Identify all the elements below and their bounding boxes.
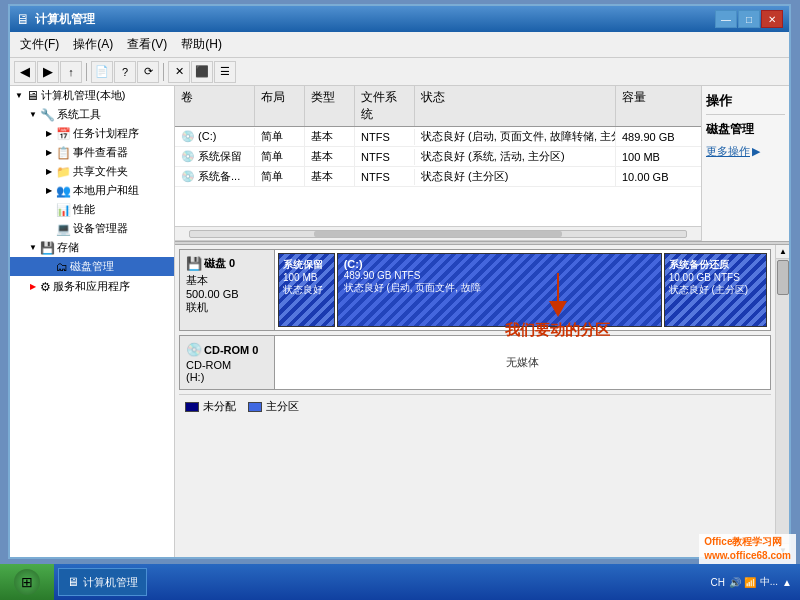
disk-0-name: 磁盘 0 [204, 256, 235, 271]
col-type[interactable]: 类型 [305, 86, 355, 126]
tree-label-tools: 系统工具 [57, 107, 101, 122]
disk-view: 💾 磁盘 0 基本 500.00 GB 联机 系统保留 [175, 245, 775, 557]
tree-label-shared: 共享文件夹 [73, 164, 128, 179]
part-c[interactable]: (C:) 489.90 GB NTFS 状态良好 (启动, 页面文件, 故障 [337, 253, 662, 327]
disk-0-label: 💾 磁盘 0 基本 500.00 GB 联机 [180, 250, 275, 330]
tree-item-root[interactable]: ▼ 🖥 计算机管理(本地) [10, 86, 174, 105]
scroll-track-lower [776, 259, 789, 543]
help-toolbar-button[interactable]: ? [114, 61, 136, 83]
menu-action[interactable]: 操作(A) [67, 34, 119, 55]
up-button[interactable]: ↑ [60, 61, 82, 83]
refresh-button[interactable]: ⟳ [137, 61, 159, 83]
tree-label-disk: 磁盘管理 [70, 259, 114, 274]
td-status-sys: 状态良好 (系统, 活动, 主分区) [415, 147, 616, 166]
window-title: 计算机管理 [35, 11, 715, 28]
menu-help[interactable]: 帮助(H) [175, 34, 228, 55]
menu-view[interactable]: 查看(V) [121, 34, 173, 55]
tree-item-disk[interactable]: 🗂 磁盘管理 [10, 257, 174, 276]
ops-header: 操作 [706, 90, 785, 115]
back-button[interactable]: ◀ [14, 61, 36, 83]
tree-item-device[interactable]: 💻 设备管理器 [10, 219, 174, 238]
tree-panel: ▼ 🖥 计算机管理(本地) ▼ 🔧 系统工具 ▶ 📅 任务计划程序 ▶ 📋 [10, 86, 175, 557]
col-layout[interactable]: 布局 [255, 86, 305, 126]
disk-0-status: 联机 [186, 300, 268, 315]
tree-item-local[interactable]: ▶ 👥 本地用户和组 [10, 181, 174, 200]
windows-logo: ⊞ [14, 569, 40, 595]
ops-panel: 操作 磁盘管理 更多操作 ▶ [701, 86, 789, 241]
scroll-thumb-lower[interactable] [777, 260, 789, 295]
table-row-c[interactable]: 💿 (C:) 简单 基本 NTFS 状态良好 (启动, 页面文件, 故障转储, … [175, 127, 701, 147]
disk-0-parts: 系统保留 100 MB 状态良好 (C:) 489.90 GB NTFS 状态良… [275, 250, 770, 330]
h-scroll-thumb[interactable] [314, 231, 562, 237]
menu-toolbar-button[interactable]: ☰ [214, 61, 236, 83]
part-backup[interactable]: 系统备份还原 10.00 GB NTFS 状态良好 (主分区) [664, 253, 767, 327]
taskbar-item-0[interactable]: 🖥 计算机管理 [58, 568, 147, 596]
td-type-c: 基本 [305, 127, 355, 146]
cdrom-icon: 💿 [186, 342, 202, 357]
legend-unalloc: 未分配 [185, 399, 236, 414]
ops-disk-mgmt[interactable]: 磁盘管理 [706, 119, 785, 140]
taskbar: ⊞ 🖥 计算机管理 CH 🔊 📶 中... ▲ [0, 564, 800, 600]
tree-label-device: 设备管理器 [73, 221, 128, 236]
col-cap[interactable]: 容量 [616, 86, 701, 126]
part-backup-status: 状态良好 (主分区) [669, 283, 762, 297]
legend-unalloc-label: 未分配 [203, 399, 236, 414]
taskbar-items: 🖥 计算机管理 [54, 568, 703, 596]
part-backup-name: 系统备份还原 [669, 258, 762, 272]
taskbar-label-0: 计算机管理 [83, 575, 138, 590]
tray-lang: CH [711, 577, 725, 588]
tree-label-storage: 存储 [57, 240, 79, 255]
lower-scrollbar[interactable]: ▲ ▼ [775, 245, 789, 557]
ops-more-label: 更多操作 [706, 144, 750, 159]
tree-label-local: 本地用户和组 [73, 183, 139, 198]
close-button[interactable]: ✕ [761, 10, 783, 28]
part-sys-reserved[interactable]: 系统保留 100 MB 状态良好 [278, 253, 335, 327]
td-layout-bak: 简单 [255, 167, 305, 186]
new-button[interactable]: 📄 [91, 61, 113, 83]
table-row-bak[interactable]: 💿 系统备... 简单 基本 NTFS 状态良好 (主分区) 10.00 GB [175, 167, 701, 187]
forward-button[interactable]: ▶ [37, 61, 59, 83]
h-scrollbar[interactable] [175, 226, 701, 240]
ops-more[interactable]: 更多操作 ▶ [706, 144, 785, 159]
toolbar-sep1 [86, 63, 87, 81]
col-status[interactable]: 状态 [415, 86, 616, 126]
title-icon: 🖥 [16, 11, 30, 27]
td-layout-sys: 简单 [255, 147, 305, 166]
legend-unalloc-box [185, 402, 199, 412]
start-button[interactable]: ⊞ [0, 564, 54, 600]
title-bar: 🖥 计算机管理 — □ ✕ [10, 6, 789, 32]
disk-0-size: 500.00 GB [186, 288, 268, 300]
table-header: 卷 布局 类型 文件系统 状态 容量 [175, 86, 701, 127]
minimize-button[interactable]: — [715, 10, 737, 28]
tree-label-perf: 性能 [73, 202, 95, 217]
tree-item-perf[interactable]: 📊 性能 [10, 200, 174, 219]
scroll-up-btn[interactable]: ▲ [776, 245, 789, 259]
right-section: 卷 布局 类型 文件系统 状态 容量 💿 (C:) [175, 86, 789, 557]
tree-item-service[interactable]: ▶ ⚙ 服务和应用程序 [10, 277, 174, 296]
part-sys-status: 状态良好 [283, 283, 330, 297]
tree-label-service: 服务和应用程序 [53, 279, 130, 294]
part-c-name: (C:) [344, 258, 655, 270]
tray-more[interactable]: ▲ [782, 577, 792, 588]
watermark: Office教程学习网 www.office68.com [699, 534, 796, 564]
td-fs-sys: NTFS [355, 149, 415, 165]
tree-item-events[interactable]: ▶ 📋 事件查看器 [10, 143, 174, 162]
tree-label-events: 事件查看器 [73, 145, 128, 160]
tree-item-tasks[interactable]: ▶ 📅 任务计划程序 [10, 124, 174, 143]
upper-area: 卷 布局 类型 文件系统 状态 容量 💿 (C:) [175, 86, 789, 241]
export-button[interactable]: ✕ [168, 61, 190, 83]
td-vol-bak: 💿 系统备... [175, 167, 255, 186]
tree-item-shared[interactable]: ▶ 📁 共享文件夹 [10, 162, 174, 181]
tree-label-tasks: 任务计划程序 [73, 126, 139, 141]
tree-item-tools[interactable]: ▼ 🔧 系统工具 [10, 105, 174, 124]
menu-file[interactable]: 文件(F) [14, 34, 65, 55]
td-cap-bak: 10.00 GB [616, 169, 701, 185]
col-vol[interactable]: 卷 [175, 86, 255, 126]
disk-0-type: 基本 [186, 273, 268, 288]
part-sys-name: 系统保留 [283, 258, 330, 272]
tree-item-storage[interactable]: ▼ 💾 存储 [10, 238, 174, 257]
properties-button[interactable]: ⬛ [191, 61, 213, 83]
table-row-sys[interactable]: 💿 系统保留 简单 基本 NTFS 状态良好 (系统, 活动, 主分区) 100… [175, 147, 701, 167]
col-fs[interactable]: 文件系统 [355, 86, 415, 126]
maximize-button[interactable]: □ [738, 10, 760, 28]
